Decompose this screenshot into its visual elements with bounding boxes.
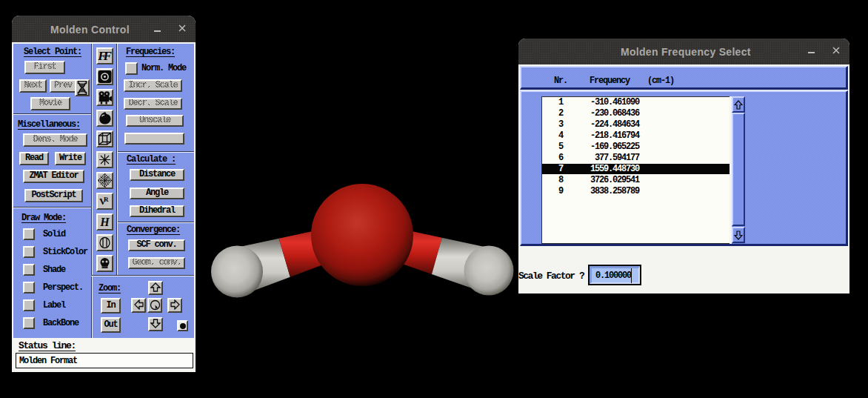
svg-text:R: R xyxy=(104,196,109,203)
